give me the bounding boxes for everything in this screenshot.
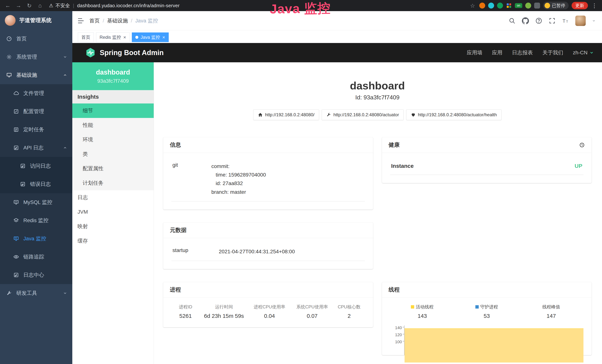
omnibox[interactable]: ⚠ 不安全 | dashboard.yudao.iocoder.cn/infra… [49,2,180,9]
back-icon[interactable]: ← [4,2,11,9]
tab-home[interactable]: 首页 [78,32,94,42]
app-logo[interactable]: 芋道管理系统 [0,11,72,30]
health-url-button[interactable]: http://192.168.0.2:48080/actuator/health [406,109,502,120]
browser-menu-icon[interactable]: ⋮ [591,2,598,9]
sidebar-item-file-mgmt[interactable]: 文件管理 [0,84,72,102]
sidebar-item-redis-monitor[interactable]: Redis 监控 [0,211,72,230]
actuator-url-button[interactable]: http://192.168.0.2:48080/actuator [322,109,404,120]
help-icon[interactable] [535,17,542,24]
info-card-title: 信息 [170,141,181,149]
sba-item-jvm[interactable]: JVM [72,205,154,219]
chart-plot-area [404,325,584,355]
info-key: git [172,162,211,196]
app-title: 芋道管理系统 [19,17,52,24]
extension-on-icon[interactable]: on [515,3,522,8]
github-icon[interactable] [522,17,529,24]
sidebar-item-access-logs[interactable]: 访问日志 [0,157,72,175]
sidebar-item-config-mgmt[interactable]: 配置管理 [0,102,72,120]
sba-item-logs[interactable]: 日志 [72,190,154,205]
sidebar-item-label: Java 监控 [23,235,46,242]
tags-view: 首页 Redis 监控 × Java 监控 × [72,30,602,43]
sba-nav-wallboard[interactable]: 应用墙 [467,49,483,56]
sidebar-item-mysql-monitor[interactable]: MySQL 监控 [0,193,72,211]
breadcrumb-separator: / [103,18,104,24]
wrench-icon [6,290,12,296]
tab-java-monitor[interactable]: Java 监控 × [132,32,169,42]
sba-nav-about[interactable]: 关于我们 [542,49,563,56]
sidebar-item-label: 文件管理 [23,90,44,97]
sidebar-item-infrastructure[interactable]: 基础设施 [0,66,72,84]
sidebar-item-api-logs[interactable]: API 日志 [0,139,72,157]
sba-item-classes[interactable]: 类 [72,147,154,161]
metadata-card: 元数据 startup 2021-04-27T00:44:31.254+08:0… [163,223,373,269]
url-text[interactable]: dashboard.yudao.iocoder.cn/infra/admin-s… [77,3,180,9]
extension-fox-icon[interactable] [479,3,485,9]
tab-label: 首页 [81,34,90,40]
process-card: 进程 进程ID 5261 运行时间 6d 23h 15m 59s [163,282,373,327]
sidebar-item-home[interactable]: 首页 [0,30,72,48]
gear-icon [6,54,12,60]
sba-item-details[interactable]: 细节 [72,104,154,118]
history-icon[interactable] [579,142,585,148]
breadcrumb-home[interactable]: 首页 [89,17,100,24]
sidebar-item-scheduled-jobs[interactable]: 定时任务 [0,120,72,139]
service-url-button[interactable]: http://192.168.0.2:48080/ [253,109,319,120]
sba-brand[interactable]: Spring Boot Admin [85,47,164,58]
search-icon[interactable] [509,17,516,24]
legend-value: 53 [454,313,519,319]
app-sidebar: 芋道管理系统 首页 系统管理 基础设施 文件管理 配置管理 定时任务 API 日… [0,11,72,364]
paused-badge[interactable]: 已暂停 [543,2,569,10]
extension-grid-icon[interactable] [506,3,512,9]
chevron-up-icon [63,146,67,150]
sba-nav-journal[interactable]: 日志报表 [512,49,533,56]
stat-value: 2 [333,313,365,319]
bookmark-star-icon[interactable]: ☆ [469,2,476,9]
threads-card: 线程 活动线程 143 [382,282,592,355]
health-key: Instance [391,163,414,169]
sidebar-item-log-center[interactable]: 日志中心 [0,266,72,284]
document-edit-icon [20,163,26,169]
sidebar-item-dev-tools[interactable]: 研发工具 [0,284,72,302]
sidebar-item-tracing[interactable]: 链路追踪 [0,248,72,266]
extension-circle-icon[interactable] [497,3,503,9]
extension-leaf-icon[interactable] [525,3,531,9]
extension-puzzle-icon[interactable] [534,3,540,9]
sba-item-caches[interactable]: 缓存 [72,234,154,248]
monitor-icon [6,72,12,78]
close-icon[interactable]: × [123,35,126,40]
chevron-down-icon [63,55,67,59]
sba-item-config-props[interactable]: 配置属性 [72,161,154,176]
forward-icon[interactable]: → [15,2,22,9]
sba-item-scheduled-tasks[interactable]: 计划任务 [72,176,154,190]
reload-icon[interactable]: ↻ [26,2,33,9]
instance-id: 93a3fc7f7409 [97,78,129,84]
breadcrumb-current: Java 监控 [135,17,158,24]
hamburger-icon[interactable] [77,17,85,24]
sidebar-item-java-monitor[interactable]: Java 监控 [0,230,72,248]
font-size-icon[interactable]: TT [562,17,569,24]
stat-header: 系统CPU使用率 [291,304,333,310]
threads-card-title: 线程 [389,286,400,294]
tab-redis-monitor[interactable]: Redis 监控 × [96,32,129,42]
sba-locale-select[interactable]: zh-CN [573,50,594,56]
close-icon[interactable]: × [162,35,165,40]
sidebar-item-system-mgmt[interactable]: 系统管理 [0,48,72,66]
stat-value: 6d 23h 15m 59s [200,313,248,319]
sba-nav-applications[interactable]: 应用 [492,49,502,56]
link-label: http://192.168.0.2:48080/actuator/health [418,112,497,117]
home-icon[interactable]: ⌂ [36,2,44,9]
sba-item-mappings[interactable]: 映射 [72,219,154,234]
breadcrumb-infra[interactable]: 基础设施 [107,17,128,24]
caret-down-icon[interactable] [592,19,596,23]
stat-header: 进程CPU使用率 [248,304,291,310]
sidebar-item-error-logs[interactable]: 错误日志 [0,175,72,193]
fullscreen-icon[interactable] [548,17,556,24]
sba-item-metrics[interactable]: 性能 [72,118,154,132]
extension-drop-icon[interactable] [488,3,494,9]
sba-item-environment[interactable]: 环境 [72,132,154,147]
stat-header: 进程ID [171,304,200,310]
instance-id-line: Id: 93a3fc7f7409 [163,94,592,101]
user-avatar[interactable] [575,16,586,26]
update-button[interactable]: 更新 [572,2,588,9]
sba-instance-header[interactable]: dashboard 93a3fc7f7409 [72,62,154,90]
